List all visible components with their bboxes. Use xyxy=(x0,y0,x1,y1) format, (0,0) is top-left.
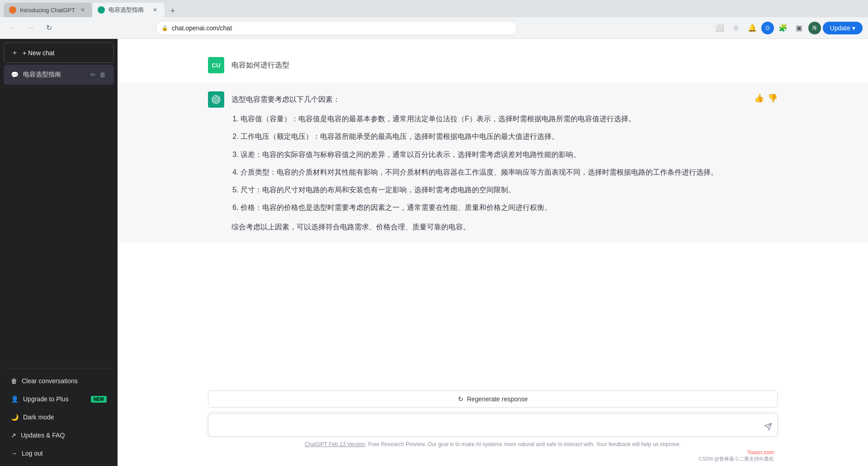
tab-bar: Introducing ChatGPT ✕ 电容选型指南 ✕ + xyxy=(0,0,868,17)
dark-mode-item[interactable]: 🌙 Dark mode xyxy=(4,408,114,426)
send-button[interactable] xyxy=(764,423,772,433)
user-avatar: CU xyxy=(208,57,224,73)
external-link-icon: ↗ xyxy=(11,432,16,439)
chat-input[interactable] xyxy=(208,413,778,437)
dark-mode-label: Dark mode xyxy=(23,414,54,421)
sidebar-spacer xyxy=(4,86,114,368)
edit-icon[interactable]: ✏ xyxy=(90,70,97,79)
clear-conversations-item[interactable]: 🗑 Clear conversations xyxy=(4,372,114,390)
openai-logo-icon xyxy=(212,95,221,104)
tab-favicon-1 xyxy=(9,6,16,14)
summary-text: 综合考虑以上因素，可以选择符合电路需求、价格合理、质量可靠的电容。 xyxy=(231,221,747,233)
plus-icon: ＋ xyxy=(11,48,18,57)
chatgpt-version-link[interactable]: ChatGPT Feb 13 Version xyxy=(305,441,365,447)
back-button[interactable]: ← xyxy=(5,21,20,35)
regenerate-icon: ↻ xyxy=(458,395,463,403)
tab-close-2[interactable]: ✕ xyxy=(151,6,159,14)
user-message-row: CU 电容如何进行选型 xyxy=(118,48,868,82)
forward-button[interactable]: → xyxy=(24,21,38,35)
factors-list: 电容值（容量）：电容值是电容的最基本参数，通常用法定单位法拉（F）表示，选择时需… xyxy=(231,113,747,214)
bell-icon[interactable]: 🔔 xyxy=(745,21,760,35)
person-icon: 👤 xyxy=(11,395,19,403)
list-item: 介质类型：电容的介质材料对其性能有影响，不同介质材料的电容器在工作温度、频率响应… xyxy=(241,166,747,178)
logout-item[interactable]: → Log out xyxy=(4,444,114,462)
update-button[interactable]: Update ▾ xyxy=(823,22,863,34)
assistant-intro: 选型电容需要考虑以下几个因素： xyxy=(231,93,747,105)
user-message-content: 电容如何进行选型 xyxy=(231,57,778,71)
regenerate-button[interactable]: ↻ Regenerate response xyxy=(208,390,778,408)
moon-icon: 🌙 xyxy=(11,414,19,421)
bottom-area: ↻ Regenerate response ChatGPT Feb 13 Ver… xyxy=(118,385,868,466)
address-text: chat.openai.com/chat xyxy=(172,24,511,32)
chat-bubble-icon: 💬 xyxy=(11,71,19,78)
browser-toolbar: ← → ↻ 🔒 chat.openai.com/chat ⬜ ☆ 🔔 G 🧩 ▣… xyxy=(0,17,868,39)
address-bar[interactable]: 🔒 chat.openai.com/chat xyxy=(156,21,517,35)
cast-icon[interactable]: ⬜ xyxy=(712,21,727,35)
updates-faq-item[interactable]: ↗ Updates & FAQ xyxy=(4,426,114,444)
sidebar: ＋ + New chat 💬 电容选型指南 ✏ 🗑 🗑 Clear conver… xyxy=(0,39,118,466)
toolbar-right: ⬜ ☆ 🔔 G 🧩 ▣ 海 Update ▾ xyxy=(712,21,863,35)
new-badge: NEW xyxy=(91,396,107,403)
chat-area: CU 电容如何进行选型 选型电容需要考虑以下几个因素： 电容值（容量）：电容值是… xyxy=(118,39,868,385)
reload-button[interactable]: ↻ xyxy=(42,21,56,35)
updates-faq-label: Updates & FAQ xyxy=(21,432,65,439)
regenerate-label: Regenerate response xyxy=(467,395,528,403)
tab-label-1: Introducing ChatGPT xyxy=(20,7,75,14)
main-content: CU 电容如何进行选型 选型电容需要考虑以下几个因素： 电容值（容量）：电容值是… xyxy=(118,39,868,466)
translate-icon[interactable]: G xyxy=(761,22,774,34)
new-chat-button[interactable]: ＋ + New chat xyxy=(4,43,114,63)
logout-label: Log out xyxy=(22,450,43,457)
assistant-message-content: 选型电容需要考虑以下几个因素： 电容值（容量）：电容值是电容的最基本参数，通常用… xyxy=(231,91,747,233)
watermark-text2: CSDN @鲁棒最小二乘支持向量机 xyxy=(699,456,776,462)
list-item: 工作电压（额定电压）：电容器所能承受的最高电压，选择时需根据电路中电压的最大值进… xyxy=(241,130,747,143)
delete-icon[interactable]: 🗑 xyxy=(99,70,107,79)
tab-label-2: 电容选型指南 xyxy=(108,6,147,14)
sidebar-bottom: 🗑 Clear conversations 👤 Upgrade to Plus … xyxy=(4,368,114,462)
list-item: 尺寸：电容的尺寸对电路的布局和安装也有一定影响，选择时需考虑电路的空间限制。 xyxy=(241,184,747,196)
tab-capacitor[interactable]: 电容选型指南 ✕ xyxy=(92,3,165,17)
input-area xyxy=(208,413,778,438)
clear-conversations-label: Clear conversations xyxy=(22,377,78,385)
message-actions: 👍 👎 xyxy=(754,91,778,103)
new-chat-label: + New chat xyxy=(23,49,54,57)
footer-text: ChatGPT Feb 13 Version. Free Research Pr… xyxy=(208,438,778,449)
trash-icon: 🗑 xyxy=(11,377,17,385)
new-tab-button[interactable]: + xyxy=(166,5,179,17)
extensions-icon[interactable]: 🧩 xyxy=(776,21,790,35)
update-chevron-icon: ▾ xyxy=(852,24,855,32)
list-item: 价格：电容的价格也是选型时需要考虑的因素之一，通常需要在性能、质量和价格之间进行… xyxy=(241,201,747,214)
upgrade-to-plus-item[interactable]: 👤 Upgrade to Plus NEW xyxy=(4,390,114,408)
list-item: 电容值（容量）：电容值是电容的最基本参数，通常用法定单位法拉（F）表示，选择时需… xyxy=(241,113,747,125)
thumbs-up-icon[interactable]: 👍 xyxy=(754,93,764,103)
chat-item-label: 电容选型指南 xyxy=(23,71,85,79)
assistant-avatar xyxy=(208,91,224,108)
upgrade-label: Upgrade to Plus xyxy=(23,395,68,403)
watermark-text: Yuucn.com xyxy=(699,449,776,456)
lock-icon: 🔒 xyxy=(161,25,168,31)
star-icon[interactable]: ☆ xyxy=(729,21,743,35)
app-layout: ＋ + New chat 💬 电容选型指南 ✏ 🗑 🗑 Clear conver… xyxy=(0,39,868,466)
tab-close-1[interactable]: ✕ xyxy=(79,6,87,14)
chat-item-actions: ✏ 🗑 xyxy=(90,70,107,79)
watermark-area: Yuucn.com CSDN @鲁棒最小二乘支持向量机 xyxy=(208,449,778,462)
chat-item-capacitor[interactable]: 💬 电容选型指南 ✏ 🗑 xyxy=(4,65,114,85)
tab-introducing-chatgpt[interactable]: Introducing ChatGPT ✕ xyxy=(4,3,92,17)
list-item: 误差：电容的实际容值与标称容值之间的差异，通常以百分比表示，选择时需考虑误差对电… xyxy=(241,148,747,161)
thumbs-down-icon[interactable]: 👎 xyxy=(768,93,778,103)
browser-chrome: Introducing ChatGPT ✕ 电容选型指南 ✕ + ← → ↻ 🔒… xyxy=(0,0,868,39)
sidebar-toggle-icon[interactable]: ▣ xyxy=(792,21,807,35)
profile-icon[interactable]: 海 xyxy=(808,22,821,34)
assistant-message-row: 选型电容需要考虑以下几个因素： 电容值（容量）：电容值是电容的最基本参数，通常用… xyxy=(118,82,868,243)
tab-favicon-2 xyxy=(98,6,105,14)
logout-icon: → xyxy=(11,450,17,457)
